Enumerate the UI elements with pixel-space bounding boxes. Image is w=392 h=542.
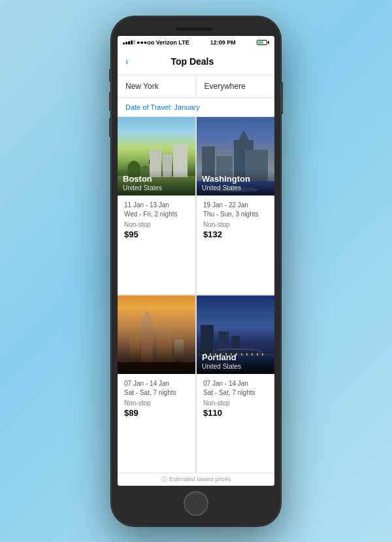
page-title: Top Deals <box>129 56 256 67</box>
country-name-boston: United States <box>123 184 190 192</box>
deals-grid: Boston United States 11 Jan - 13 Jan Wed… <box>118 117 274 473</box>
clock: 12:09 PM <box>210 39 236 46</box>
country-name-dallas: United States <box>123 363 190 370</box>
status-bar: ●●●oo Verizon LTE 12:09 PM <box>118 36 274 49</box>
deal-info-boston: 11 Jan - 13 Jan Wed - Fri, 2 nights Non-… <box>118 195 195 294</box>
deal-card-dallas[interactable]: Dallas United States 07 Jan - 14 Jan Sat… <box>118 296 195 473</box>
date-value: January <box>174 103 200 111</box>
phone-screen: ●●●oo Verizon LTE 12:09 PM ‹ Top Deals N… <box>118 36 274 486</box>
deal-image-boston: Boston United States <box>118 117 195 195</box>
city-name-washington: Washington <box>202 174 269 184</box>
mute-button[interactable] <box>109 69 111 82</box>
deal-image-washington: Washington United States <box>197 117 274 195</box>
volume-up-button[interactable] <box>109 92 111 111</box>
phone-device: ●●●oo Verizon LTE 12:09 PM ‹ Top Deals N… <box>111 16 281 526</box>
footer-note: Estimated lowest prices <box>169 476 231 483</box>
destination-field[interactable]: Everywhere <box>197 75 275 97</box>
deal-stop-dallas: Non-stop <box>124 399 189 407</box>
deal-overlay-portland: Portland United States <box>197 348 274 374</box>
info-icon: ⓘ <box>161 475 167 484</box>
footer-bar: ⓘ Estimated lowest prices <box>118 473 274 486</box>
volume-down-button[interactable] <box>109 118 111 137</box>
nav-bar: ‹ Top Deals <box>118 49 274 75</box>
deal-overlay-boston: Boston United States <box>118 170 195 195</box>
city-name-portland: Portland <box>202 352 269 363</box>
deal-price-dallas: $89 <box>124 408 189 418</box>
deal-overlay-dallas: Dallas United States <box>118 348 195 374</box>
destination-value: Everywhere <box>204 82 246 91</box>
country-name-washington: United States <box>202 184 269 192</box>
deal-overlay-washington: Washington United States <box>197 170 274 195</box>
status-left: ●●●oo Verizon LTE <box>123 39 189 46</box>
country-name-portland: United States <box>202 363 269 370</box>
home-button[interactable] <box>184 491 208 516</box>
deal-dates-portland: 07 Jan - 14 Jan Sat - Sat, 7 nights <box>203 379 268 398</box>
deal-dates-dallas: 07 Jan - 14 Jan Sat - Sat, 7 nights <box>124 379 189 398</box>
carrier-label: ●●●oo Verizon LTE <box>137 39 189 46</box>
deal-stop-washington: Non-stop <box>203 221 268 228</box>
deal-info-dallas: 07 Jan - 14 Jan Sat - Sat, 7 nights Non-… <box>118 374 195 473</box>
deal-price-portland: $110 <box>203 408 268 418</box>
deal-stop-portland: Non-stop <box>203 399 268 407</box>
deal-card-washington[interactable]: Washington United States 19 Jan - 22 Jan… <box>197 117 274 294</box>
status-right <box>257 40 269 45</box>
date-label: Date of Travel: <box>125 103 172 111</box>
speaker-grille <box>180 27 212 31</box>
origin-value: New York <box>125 82 159 91</box>
deal-image-dallas: Dallas United States <box>118 296 195 374</box>
search-row: New York Everywhere <box>118 75 274 98</box>
camera-dot <box>176 27 180 31</box>
deal-price-washington: $132 <box>203 229 268 239</box>
city-name-boston: Boston <box>123 174 190 184</box>
deal-stop-boston: Non-stop <box>124 221 189 228</box>
battery-icon <box>257 40 269 45</box>
deal-image-portland: Portland United States <box>197 296 274 374</box>
power-button[interactable] <box>281 82 283 114</box>
deal-dates-boston: 11 Jan - 13 Jan Wed - Fri, 2 nights <box>124 201 189 219</box>
deal-info-portland: 07 Jan - 14 Jan Sat - Sat, 7 nights Non-… <box>197 374 274 473</box>
date-row[interactable]: Date of Travel: January <box>118 98 274 117</box>
deal-dates-washington: 19 Jan - 22 Jan Thu - Sun, 3 nights <box>203 201 268 219</box>
city-name-dallas: Dallas <box>123 352 190 363</box>
phone-bottom <box>118 491 274 516</box>
deal-card-portland[interactable]: Portland United States 07 Jan - 14 Jan S… <box>197 296 274 473</box>
signal-icon <box>123 40 135 44</box>
origin-field[interactable]: New York <box>118 75 197 97</box>
deal-info-washington: 19 Jan - 22 Jan Thu - Sun, 3 nights Non-… <box>197 195 274 294</box>
deal-price-boston: $95 <box>124 229 189 239</box>
deal-card-boston[interactable]: Boston United States 11 Jan - 13 Jan Wed… <box>118 117 195 294</box>
phone-top <box>118 23 274 36</box>
